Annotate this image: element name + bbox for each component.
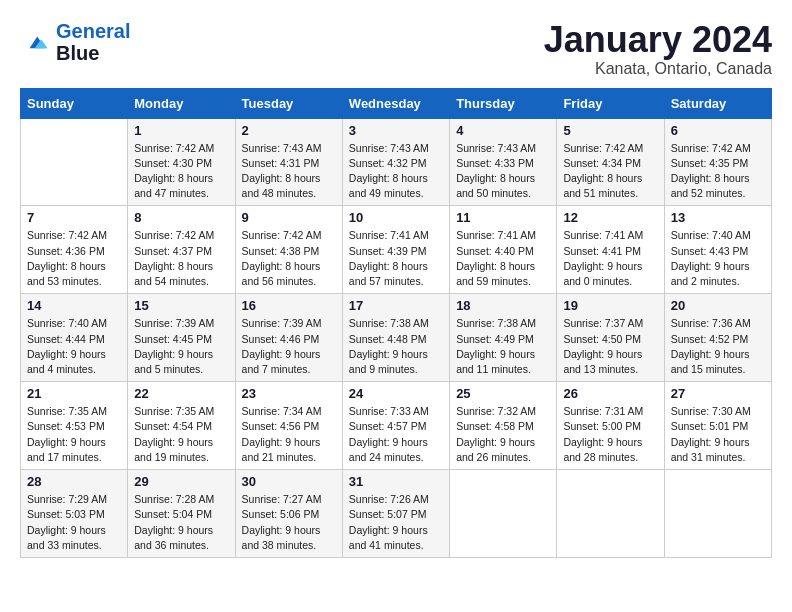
day-number: 5 [563,123,657,138]
day-info: Sunrise: 7:42 AM Sunset: 4:34 PM Dayligh… [563,141,657,202]
location: Kanata, Ontario, Canada [544,60,772,78]
day-info: Sunrise: 7:27 AM Sunset: 5:06 PM Dayligh… [242,492,336,553]
day-cell: 18Sunrise: 7:38 AM Sunset: 4:49 PM Dayli… [450,294,557,382]
calendar-header: SundayMondayTuesdayWednesdayThursdayFrid… [21,88,772,118]
day-cell: 3Sunrise: 7:43 AM Sunset: 4:32 PM Daylig… [342,118,449,206]
day-info: Sunrise: 7:30 AM Sunset: 5:01 PM Dayligh… [671,404,765,465]
day-number: 27 [671,386,765,401]
day-info: Sunrise: 7:36 AM Sunset: 4:52 PM Dayligh… [671,316,765,377]
day-number: 23 [242,386,336,401]
day-cell: 11Sunrise: 7:41 AM Sunset: 4:40 PM Dayli… [450,206,557,294]
day-cell: 25Sunrise: 7:32 AM Sunset: 4:58 PM Dayli… [450,382,557,470]
day-number: 3 [349,123,443,138]
day-info: Sunrise: 7:33 AM Sunset: 4:57 PM Dayligh… [349,404,443,465]
day-cell: 30Sunrise: 7:27 AM Sunset: 5:06 PM Dayli… [235,470,342,558]
day-number: 28 [27,474,121,489]
day-number: 10 [349,210,443,225]
week-row-5: 28Sunrise: 7:29 AM Sunset: 5:03 PM Dayli… [21,470,772,558]
day-cell: 31Sunrise: 7:26 AM Sunset: 5:07 PM Dayli… [342,470,449,558]
logo: General Blue [20,20,130,64]
day-info: Sunrise: 7:43 AM Sunset: 4:33 PM Dayligh… [456,141,550,202]
day-cell: 21Sunrise: 7:35 AM Sunset: 4:53 PM Dayli… [21,382,128,470]
title-block: January 2024 Kanata, Ontario, Canada [544,20,772,78]
day-header-monday: Monday [128,88,235,118]
day-info: Sunrise: 7:42 AM Sunset: 4:30 PM Dayligh… [134,141,228,202]
day-cell: 29Sunrise: 7:28 AM Sunset: 5:04 PM Dayli… [128,470,235,558]
day-cell: 20Sunrise: 7:36 AM Sunset: 4:52 PM Dayli… [664,294,771,382]
day-header-thursday: Thursday [450,88,557,118]
day-cell: 27Sunrise: 7:30 AM Sunset: 5:01 PM Dayli… [664,382,771,470]
day-header-friday: Friday [557,88,664,118]
day-cell: 15Sunrise: 7:39 AM Sunset: 4:45 PM Dayli… [128,294,235,382]
week-row-3: 14Sunrise: 7:40 AM Sunset: 4:44 PM Dayli… [21,294,772,382]
day-cell: 5Sunrise: 7:42 AM Sunset: 4:34 PM Daylig… [557,118,664,206]
day-header-sunday: Sunday [21,88,128,118]
logo-blue: Blue [56,42,99,64]
day-header-tuesday: Tuesday [235,88,342,118]
day-info: Sunrise: 7:35 AM Sunset: 4:54 PM Dayligh… [134,404,228,465]
day-number: 24 [349,386,443,401]
day-info: Sunrise: 7:40 AM Sunset: 4:43 PM Dayligh… [671,228,765,289]
day-info: Sunrise: 7:26 AM Sunset: 5:07 PM Dayligh… [349,492,443,553]
day-number: 29 [134,474,228,489]
month-title: January 2024 [544,20,772,60]
day-cell: 13Sunrise: 7:40 AM Sunset: 4:43 PM Dayli… [664,206,771,294]
day-cell: 9Sunrise: 7:42 AM Sunset: 4:38 PM Daylig… [235,206,342,294]
logo-icon [20,34,52,52]
day-number: 21 [27,386,121,401]
day-cell [450,470,557,558]
day-number: 17 [349,298,443,313]
day-info: Sunrise: 7:41 AM Sunset: 4:41 PM Dayligh… [563,228,657,289]
day-number: 22 [134,386,228,401]
day-number: 20 [671,298,765,313]
day-cell [664,470,771,558]
day-info: Sunrise: 7:41 AM Sunset: 4:39 PM Dayligh… [349,228,443,289]
day-cell: 10Sunrise: 7:41 AM Sunset: 4:39 PM Dayli… [342,206,449,294]
day-number: 13 [671,210,765,225]
day-cell [21,118,128,206]
day-header-wednesday: Wednesday [342,88,449,118]
day-cell: 6Sunrise: 7:42 AM Sunset: 4:35 PM Daylig… [664,118,771,206]
calendar-body: 1Sunrise: 7:42 AM Sunset: 4:30 PM Daylig… [21,118,772,557]
day-number: 4 [456,123,550,138]
day-number: 14 [27,298,121,313]
day-cell [557,470,664,558]
day-cell: 4Sunrise: 7:43 AM Sunset: 4:33 PM Daylig… [450,118,557,206]
day-cell: 8Sunrise: 7:42 AM Sunset: 4:37 PM Daylig… [128,206,235,294]
day-info: Sunrise: 7:42 AM Sunset: 4:37 PM Dayligh… [134,228,228,289]
header-row: SundayMondayTuesdayWednesdayThursdayFrid… [21,88,772,118]
day-cell: 16Sunrise: 7:39 AM Sunset: 4:46 PM Dayli… [235,294,342,382]
day-info: Sunrise: 7:40 AM Sunset: 4:44 PM Dayligh… [27,316,121,377]
day-info: Sunrise: 7:29 AM Sunset: 5:03 PM Dayligh… [27,492,121,553]
day-info: Sunrise: 7:42 AM Sunset: 4:35 PM Dayligh… [671,141,765,202]
day-cell: 22Sunrise: 7:35 AM Sunset: 4:54 PM Dayli… [128,382,235,470]
day-cell: 7Sunrise: 7:42 AM Sunset: 4:36 PM Daylig… [21,206,128,294]
day-number: 7 [27,210,121,225]
logo-general: General [56,20,130,42]
day-number: 25 [456,386,550,401]
day-info: Sunrise: 7:43 AM Sunset: 4:31 PM Dayligh… [242,141,336,202]
day-number: 1 [134,123,228,138]
day-info: Sunrise: 7:38 AM Sunset: 4:49 PM Dayligh… [456,316,550,377]
day-cell: 23Sunrise: 7:34 AM Sunset: 4:56 PM Dayli… [235,382,342,470]
day-cell: 28Sunrise: 7:29 AM Sunset: 5:03 PM Dayli… [21,470,128,558]
day-number: 31 [349,474,443,489]
day-info: Sunrise: 7:38 AM Sunset: 4:48 PM Dayligh… [349,316,443,377]
day-number: 9 [242,210,336,225]
day-cell: 12Sunrise: 7:41 AM Sunset: 4:41 PM Dayli… [557,206,664,294]
day-cell: 26Sunrise: 7:31 AM Sunset: 5:00 PM Dayli… [557,382,664,470]
day-header-saturday: Saturday [664,88,771,118]
day-cell: 2Sunrise: 7:43 AM Sunset: 4:31 PM Daylig… [235,118,342,206]
day-info: Sunrise: 7:32 AM Sunset: 4:58 PM Dayligh… [456,404,550,465]
day-info: Sunrise: 7:39 AM Sunset: 4:45 PM Dayligh… [134,316,228,377]
day-info: Sunrise: 7:28 AM Sunset: 5:04 PM Dayligh… [134,492,228,553]
day-info: Sunrise: 7:35 AM Sunset: 4:53 PM Dayligh… [27,404,121,465]
day-info: Sunrise: 7:34 AM Sunset: 4:56 PM Dayligh… [242,404,336,465]
day-number: 26 [563,386,657,401]
logo-text: General Blue [56,20,130,64]
day-number: 19 [563,298,657,313]
calendar-table: SundayMondayTuesdayWednesdayThursdayFrid… [20,88,772,558]
day-info: Sunrise: 7:39 AM Sunset: 4:46 PM Dayligh… [242,316,336,377]
day-info: Sunrise: 7:42 AM Sunset: 4:38 PM Dayligh… [242,228,336,289]
day-number: 16 [242,298,336,313]
